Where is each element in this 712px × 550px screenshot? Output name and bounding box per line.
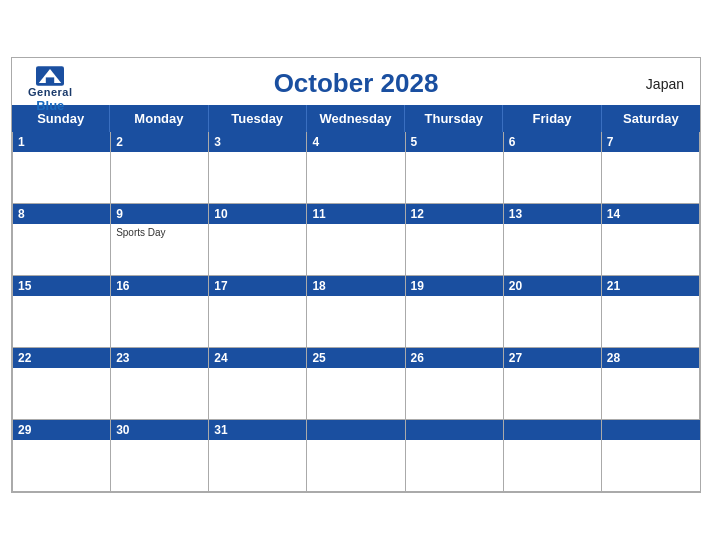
cell-date: 29 (13, 420, 110, 440)
calendar-cell: 28 (602, 348, 700, 420)
generalblue-logo-icon (36, 66, 64, 86)
cell-date: 15 (13, 276, 110, 296)
calendar-cell: 18 (307, 276, 405, 348)
calendar-cell: 10 (209, 204, 307, 276)
cell-date: 6 (504, 132, 601, 152)
cell-date: 8 (13, 204, 110, 224)
day-tuesday: Tuesday (209, 105, 307, 132)
cell-date: 21 (602, 276, 699, 296)
cell-date: 24 (209, 348, 306, 368)
calendar-cell: 16 (111, 276, 209, 348)
calendar-cell: 12 (406, 204, 504, 276)
calendar-grid: 123456789Sports Day101112131415161718192… (12, 132, 700, 492)
calendar-cell: 26 (406, 348, 504, 420)
calendar-cell: 3 (209, 132, 307, 204)
day-friday: Friday (503, 105, 601, 132)
calendar-cell: 7 (602, 132, 700, 204)
cell-date: 27 (504, 348, 601, 368)
cell-date: 19 (406, 276, 503, 296)
cell-date (406, 420, 503, 440)
cell-date: 7 (602, 132, 699, 152)
cell-date: 9 (111, 204, 208, 224)
day-monday: Monday (110, 105, 208, 132)
cell-date: 1 (13, 132, 110, 152)
cell-date: 28 (602, 348, 699, 368)
calendar-cell: 2 (111, 132, 209, 204)
calendar-cell: 27 (504, 348, 602, 420)
calendar-cell: 31 (209, 420, 307, 492)
cell-date: 10 (209, 204, 306, 224)
days-header: Sunday Monday Tuesday Wednesday Thursday… (12, 105, 700, 132)
cell-date: 22 (13, 348, 110, 368)
cell-date: 3 (209, 132, 306, 152)
cell-date (504, 420, 601, 440)
cell-date: 26 (406, 348, 503, 368)
calendar-container: General Blue October 2028 Japan Sunday M… (11, 57, 701, 493)
cell-date: 13 (504, 204, 601, 224)
cell-date: 31 (209, 420, 306, 440)
cell-date: 25 (307, 348, 404, 368)
svg-rect-2 (46, 77, 54, 83)
calendar-header: General Blue October 2028 Japan (12, 58, 700, 105)
cell-date (307, 420, 404, 440)
calendar-cell (602, 420, 700, 492)
calendar-cell: 9Sports Day (111, 204, 209, 276)
calendar-cell: 11 (307, 204, 405, 276)
calendar-cell: 20 (504, 276, 602, 348)
calendar-cell: 23 (111, 348, 209, 420)
calendar-cell: 15 (13, 276, 111, 348)
country-label: Japan (646, 76, 684, 92)
calendar-cell: 19 (406, 276, 504, 348)
calendar-cell: 25 (307, 348, 405, 420)
logo-general-text: General (28, 86, 72, 98)
calendar-cell: 8 (13, 204, 111, 276)
cell-date: 30 (111, 420, 208, 440)
calendar-cell: 17 (209, 276, 307, 348)
cell-date: 14 (602, 204, 699, 224)
calendar-cell: 4 (307, 132, 405, 204)
calendar-cell: 22 (13, 348, 111, 420)
cell-date: 5 (406, 132, 503, 152)
calendar-cell: 30 (111, 420, 209, 492)
calendar-cell: 13 (504, 204, 602, 276)
logo-blue-text: Blue (36, 98, 64, 113)
day-wednesday: Wednesday (307, 105, 405, 132)
cell-date: 11 (307, 204, 404, 224)
logo-area: General Blue (28, 66, 72, 113)
cell-holiday: Sports Day (111, 224, 208, 241)
cell-date: 23 (111, 348, 208, 368)
cell-date: 16 (111, 276, 208, 296)
calendar-cell (406, 420, 504, 492)
calendar-cell (504, 420, 602, 492)
calendar-cell: 24 (209, 348, 307, 420)
calendar-cell: 5 (406, 132, 504, 204)
calendar-cell (307, 420, 405, 492)
cell-date: 17 (209, 276, 306, 296)
cell-date: 4 (307, 132, 404, 152)
cell-date: 2 (111, 132, 208, 152)
calendar-cell: 21 (602, 276, 700, 348)
calendar-cell: 14 (602, 204, 700, 276)
calendar-title: October 2028 (274, 68, 439, 99)
cell-date: 12 (406, 204, 503, 224)
cell-date: 20 (504, 276, 601, 296)
cell-date (602, 420, 700, 440)
calendar-cell: 1 (13, 132, 111, 204)
cell-date: 18 (307, 276, 404, 296)
calendar-cell: 29 (13, 420, 111, 492)
day-thursday: Thursday (405, 105, 503, 132)
calendar-cell: 6 (504, 132, 602, 204)
day-saturday: Saturday (602, 105, 700, 132)
